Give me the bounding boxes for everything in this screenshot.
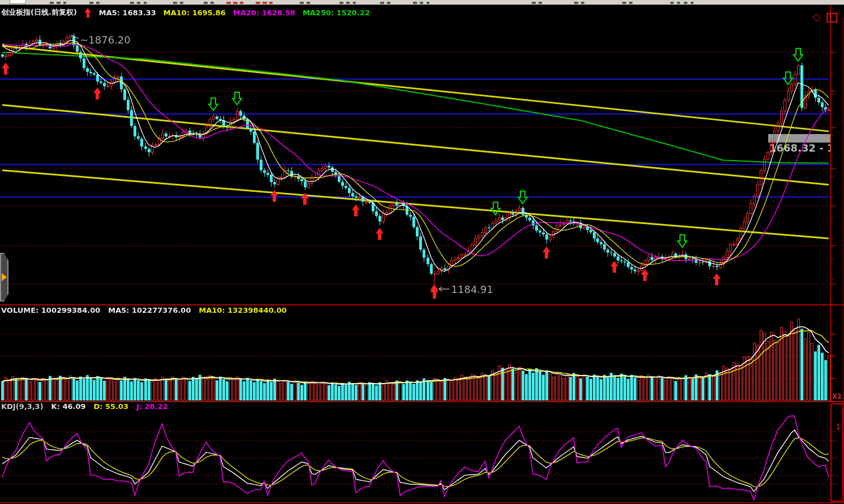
ma20-label: MA20: 1626.58 [233,8,295,17]
kdj-axis-label: 1 [836,422,841,431]
volume-ma10-label: MA10: 132398440.00 [199,306,286,315]
kdj-d-label: D: 55.03 [94,402,129,411]
chart-title: 创业板指(日线.前复权) [1,7,77,18]
flyout-tab[interactable] [0,253,8,301]
trading-app-window: 创业板指(日线.前复权) MA5: 1683.33 MA10: 1695.86 … [0,0,844,504]
main-chart-header: 创业板指(日线.前复权) MA5: 1683.33 MA10: 1695.86 … [1,7,370,18]
kdj-header: KDJ(9,3,3) K: 46.09 D: 55.03 J: 28.22 [1,402,168,411]
flyout-arrow-icon [2,273,7,281]
menubar[interactable] [0,0,844,5]
diamond-icon[interactable]: ◇ [812,11,821,22]
kdj-k-label: K: 46.09 [51,402,86,411]
split-window-icon[interactable] [826,13,837,23]
menubar-chip [10,0,26,4]
volume-header: VOLUME: 100299384.00 MA5: 102277376.00 M… [1,306,287,315]
ma5-label: MA5: 1683.33 [99,8,156,17]
ma10-label: MA10: 1695.86 [163,8,226,17]
kdj-label: KDJ(9,3,3) [1,402,44,411]
x1-label: X1 [832,393,842,400]
volume-ma5-label: MA5: 102277376.00 [108,306,191,315]
volume-label: VOLUME: 100299384.00 [1,306,100,315]
chart-canvas[interactable] [0,0,844,504]
ma250-label: MA250: 1520.22 [303,8,370,17]
kdj-j-label: J: 28.22 [136,402,168,411]
trend-up-arrow-icon [84,8,92,18]
